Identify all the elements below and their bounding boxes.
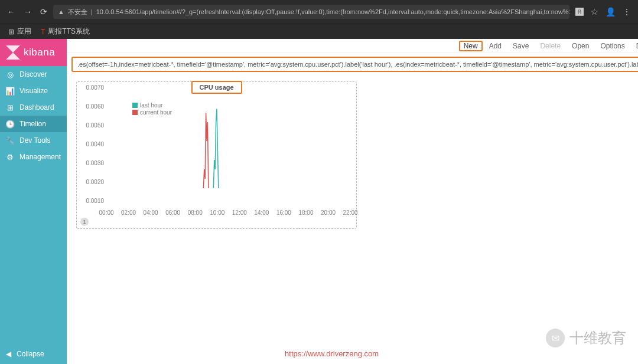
sidebar-item-visualize[interactable]: 📊 Visualize [0, 83, 67, 99]
back-icon[interactable]: ← [7, 7, 15, 17]
y-tick: 0.0020 [86, 179, 104, 185]
tts-label: 周报TTS系统 [48, 27, 90, 37]
legend-item-last-hour[interactable]: last hour [132, 102, 172, 109]
x-tick: 02:00 [121, 209, 136, 216]
delete-button: Delete [535, 41, 565, 51]
footer-link[interactable]: https://www.driverzeng.com [285, 349, 379, 358]
chart-area: CPU usage 0.00100.00200.00300.00400.0050… [67, 76, 638, 235]
sidebar-collapse[interactable]: ◀ Collapse [0, 344, 67, 364]
browser-nav: ← → ⟳ [7, 7, 47, 17]
sidebar-item-label: Dashboard [19, 103, 54, 112]
watermark: ✉ 十维教育 [546, 329, 626, 347]
x-tick: 22:00 [343, 209, 358, 216]
add-button[interactable]: Add [484, 41, 506, 51]
sidebar-item-label: Management [19, 153, 61, 161]
apps-label: 应用 [17, 27, 31, 37]
gear-icon: ⚙ [6, 153, 14, 161]
query-bar: .es(offset=-1h,index=metricbeat-*, timef… [67, 53, 638, 76]
bookmark-bar: ⊞ 应用 T 周报TTS系统 [0, 24, 638, 39]
browser-right-icons: 🅰 ☆ 👤 ⋮ [575, 7, 631, 17]
menu-icon[interactable]: ⋮ [623, 7, 631, 17]
x-tick: 18:00 [298, 209, 313, 216]
open-button[interactable]: Open [567, 41, 594, 51]
kibana-logo[interactable]: kibana [0, 39, 67, 66]
x-tick: 20:00 [321, 209, 336, 216]
sidebar-item-timelion[interactable]: 🕒 Timelion [0, 116, 67, 132]
sidebar-item-label: Discover [19, 70, 47, 78]
save-button[interactable]: Save [508, 41, 533, 51]
url-bar[interactable]: ▲ 不安全 | 10.0.0.54:5601/app/timelion#/?_g… [53, 5, 569, 19]
x-tick: 00:00 [99, 209, 114, 216]
sidebar: kibana ◎ Discover 📊 Visualize ⊞ Dashboar… [0, 39, 67, 364]
x-tick: 08:00 [188, 209, 203, 216]
apps-bookmark[interactable]: ⊞ 应用 [8, 27, 31, 37]
apps-icon: ⊞ [8, 28, 14, 36]
insecure-label: 不安全 [68, 8, 87, 17]
x-axis: 00:0002:0004:0006:0008:0010:0012:0014:00… [106, 209, 350, 218]
profile-icon[interactable]: 👤 [606, 7, 616, 17]
legend-label: current hour [140, 109, 172, 116]
forward-icon[interactable]: → [24, 7, 32, 17]
sidebar-item-label: Visualize [19, 87, 48, 95]
y-tick: 0.0030 [86, 160, 104, 166]
url-separator: | [91, 8, 93, 15]
sidebar-item-label: Timelion [19, 120, 46, 128]
clock-icon: 🕒 [6, 120, 14, 128]
y-tick: 0.0050 [86, 122, 104, 129]
sidebar-item-management[interactable]: ⚙ Management [0, 149, 67, 165]
reload-icon[interactable]: ⟳ [40, 7, 47, 17]
x-tick: 12:00 [232, 209, 247, 216]
browser-top-bar: ← → ⟳ ▲ 不安全 | 10.0.0.54:5601/app/timelio… [0, 0, 638, 24]
legend-item-current-hour[interactable]: current hour [132, 109, 172, 116]
translate-icon[interactable]: 🅰 [575, 7, 584, 17]
y-axis: 0.00100.00200.00300.00400.00500.00600.00… [83, 94, 106, 207]
sidebar-item-devtools[interactable]: 🔧 Dev Tools [0, 132, 67, 149]
x-tick: 10:00 [210, 209, 224, 216]
y-tick: 0.0040 [86, 141, 104, 147]
chart-body: 0.00100.00200.00300.00400.00500.00600.00… [83, 94, 350, 218]
docs-button[interactable]: Docs [632, 41, 638, 51]
swatch-current-hour [132, 110, 138, 115]
compass-icon: ◎ [6, 70, 14, 78]
collapse-icon: ◀ [6, 350, 11, 358]
x-tick: 06:00 [165, 209, 180, 216]
new-button[interactable]: New [459, 41, 483, 51]
options-button[interactable]: Options [595, 41, 629, 51]
main-panel: New Add Save Delete Open Options Docs ‹ … [67, 39, 638, 364]
timelion-expression-input[interactable]: .es(offset=-1h,index=metricbeat-*, timef… [71, 57, 638, 72]
chart-title: CPU usage [191, 81, 242, 94]
swatch-last-hour [132, 103, 138, 108]
chart-index: 1 [80, 218, 89, 226]
logo-text: kibana [24, 47, 55, 58]
x-tick: 16:00 [276, 209, 291, 216]
y-tick: 0.0060 [86, 103, 104, 110]
chart-panel[interactable]: CPU usage 0.00100.00200.00300.00400.0050… [76, 81, 357, 229]
wrench-icon: 🔧 [6, 136, 14, 145]
sidebar-item-label: Dev Tools [19, 136, 50, 145]
dashboard-icon: ⊞ [6, 103, 14, 112]
sidebar-item-discover[interactable]: ◎ Discover [0, 66, 67, 83]
y-tick: 0.0070 [86, 84, 104, 91]
legend-label: last hour [140, 102, 162, 109]
logo-mark-icon [6, 45, 20, 60]
timelion-topbar: New Add Save Delete Open Options Docs ‹ … [67, 39, 638, 53]
tts-icon: T [41, 28, 45, 36]
series-line [213, 109, 218, 188]
y-tick: 0.0010 [86, 198, 104, 204]
tts-bookmark[interactable]: T 周报TTS系统 [41, 27, 90, 37]
series-line [203, 113, 209, 188]
insecure-icon: ▲ [58, 8, 64, 15]
star-icon[interactable]: ☆ [591, 7, 598, 17]
collapse-label: Collapse [17, 350, 44, 358]
url-text: 10.0.0.54:5601/app/timelion#/?_g=(refres… [96, 8, 569, 15]
x-tick: 04:00 [144, 209, 158, 216]
sidebar-item-dashboard[interactable]: ⊞ Dashboard [0, 99, 67, 116]
plot-area: last hour current hour [106, 94, 347, 207]
legend: last hour current hour [132, 102, 172, 116]
chart-icon: 📊 [6, 87, 14, 95]
x-tick: 14:00 [254, 209, 269, 216]
watermark-text: 十维教育 [569, 329, 626, 347]
wechat-icon: ✉ [546, 329, 565, 347]
